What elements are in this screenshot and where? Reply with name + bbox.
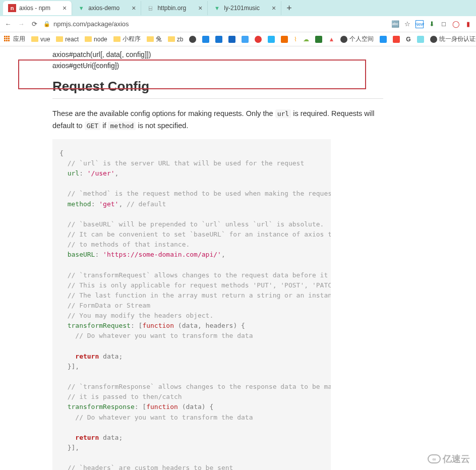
paw-icon	[202, 36, 209, 43]
globe-icon	[430, 36, 437, 43]
code-block-request-config: { // `url` is the server URL that will b…	[52, 139, 331, 470]
folder-icon	[147, 36, 154, 42]
tab-ly2101music[interactable]: ▼ ly-2101music ×	[208, 1, 281, 15]
fire-icon: ▲	[328, 36, 334, 43]
folder-icon	[56, 36, 63, 42]
tab-label: axios-demo	[88, 5, 120, 12]
fan-icon	[242, 36, 249, 43]
folder-icon	[113, 36, 121, 42]
bookmark-folder[interactable]: 兔	[147, 35, 162, 43]
api-method-line: axios#patch(url[, data[, config]])	[52, 50, 383, 58]
h-icon	[380, 36, 387, 43]
close-icon[interactable]: ×	[132, 4, 136, 12]
forward-button[interactable]: →	[17, 20, 25, 28]
bookmark-icon[interactable]	[393, 36, 400, 43]
code-method: method	[108, 122, 136, 130]
lock-icon: 🔒	[43, 21, 50, 27]
cloud-icon: ☁	[303, 36, 309, 43]
ext-down-icon[interactable]: ⬇	[428, 20, 436, 28]
close-icon[interactable]: ×	[272, 4, 276, 12]
bookmark-icon[interactable]	[215, 36, 222, 43]
page-content: axios#patch(url[, data[, config]]) axios…	[0, 46, 383, 470]
watermark-logo-icon: ∞	[428, 454, 441, 463]
address-bar: ← → ⟳ 🔒 npmjs.com/package/axios 🔤 ☆ New …	[0, 16, 476, 32]
mi-icon	[417, 36, 424, 43]
bookmark-icon[interactable]	[315, 36, 322, 43]
new-tab-button[interactable]: +	[286, 3, 292, 14]
back-button[interactable]: ←	[4, 20, 12, 28]
globe-icon	[340, 36, 347, 43]
code-url: url	[275, 109, 291, 118]
database-icon: ⌸	[146, 4, 154, 12]
ext-opera-icon[interactable]: ◯	[452, 20, 460, 28]
watermark-text: 亿速云	[443, 453, 470, 465]
bookmark-icon[interactable]	[202, 36, 209, 43]
url-field[interactable]: 🔒 npmjs.com/package/axios	[43, 20, 386, 28]
tab-axios-demo[interactable]: ▼ axios-demo ×	[72, 1, 141, 15]
bookmark-icon[interactable]	[242, 36, 249, 43]
highlight-box	[18, 60, 366, 89]
bookmark-apps[interactable]: 应用	[4, 35, 25, 43]
toolbar-icons: 🔤 ☆ New ⬇ □ ◯ ▮	[391, 20, 472, 28]
translate-icon[interactable]: 🔤	[391, 20, 399, 28]
bookmark-icon[interactable]	[268, 36, 275, 43]
ext-panda-icon[interactable]: □	[440, 20, 448, 28]
folder-icon	[31, 36, 38, 42]
vue-icon: ▼	[213, 4, 221, 12]
bookmark-bar: 应用 vue react node 小程序 兔 zb ⌇ ☁ ▲ 个人空间 G …	[0, 32, 476, 46]
folder-icon	[168, 36, 175, 42]
folder-icon	[85, 36, 92, 42]
weibo-icon	[255, 36, 262, 43]
wave-icon: ⌇	[294, 36, 297, 43]
close-icon[interactable]: ×	[63, 4, 67, 12]
tab-label: axios - npm	[19, 5, 50, 12]
bili-icon	[268, 36, 275, 43]
npm-icon: n	[8, 4, 16, 12]
vue-icon: ▼	[77, 4, 85, 12]
bookmark-folder[interactable]: vue	[31, 36, 50, 43]
bookmark-icon[interactable]	[228, 36, 235, 43]
c-icon	[281, 36, 288, 43]
tab-label: httpbin.org	[157, 5, 186, 12]
zhi-icon	[228, 36, 235, 43]
tab-label: ly-2101music	[224, 5, 260, 12]
code-get: GET	[85, 122, 100, 130]
watermark: ∞ 亿速云	[428, 453, 470, 465]
close-icon[interactable]: ×	[198, 4, 202, 12]
url-text: npmjs.com/package/axios	[53, 20, 129, 28]
bookmark-icon[interactable]	[417, 36, 424, 43]
bookmark-icon[interactable]: ⌇	[294, 36, 297, 43]
star-icon[interactable]: ☆	[403, 20, 411, 28]
bookmark-space[interactable]: 个人空间	[340, 35, 374, 43]
ext-new-icon[interactable]: New	[415, 20, 424, 28]
bookmark-folder[interactable]: node	[85, 36, 107, 43]
bookmark-folder[interactable]: 小程序	[113, 35, 141, 43]
tab-axios-npm[interactable]: n axios - npm ×	[3, 1, 72, 15]
bookmark-icon[interactable]: G	[406, 36, 410, 43]
apps-icon	[4, 36, 11, 43]
intro-paragraph: These are the available config options f…	[52, 108, 383, 132]
yi-icon	[215, 36, 222, 43]
youtube-icon	[393, 36, 400, 43]
bookmark-folder[interactable]: react	[56, 36, 79, 43]
bookmark-icon[interactable]: ☁	[303, 36, 309, 43]
flag-icon	[315, 36, 322, 43]
bookmark-icon[interactable]	[255, 36, 262, 43]
bookmark-auth[interactable]: 统一身份认证平台	[430, 35, 476, 43]
bookmark-icon[interactable]	[189, 36, 196, 43]
reload-button[interactable]: ⟳	[30, 20, 38, 28]
bookmark-icon[interactable]	[380, 36, 387, 43]
tab-httpbin[interactable]: ⌸ httpbin.org ×	[141, 1, 208, 15]
browser-tab-bar: n axios - npm × ▼ axios-demo × ⌸ httpbin…	[0, 0, 476, 16]
g-icon: G	[406, 36, 410, 43]
bookmark-icon[interactable]	[281, 36, 288, 43]
bookmark-icon[interactable]: ▲	[328, 36, 334, 43]
ext-f-icon[interactable]: ▮	[464, 20, 472, 28]
bookmark-folder[interactable]: zb	[168, 36, 184, 43]
globe-icon	[189, 36, 196, 43]
